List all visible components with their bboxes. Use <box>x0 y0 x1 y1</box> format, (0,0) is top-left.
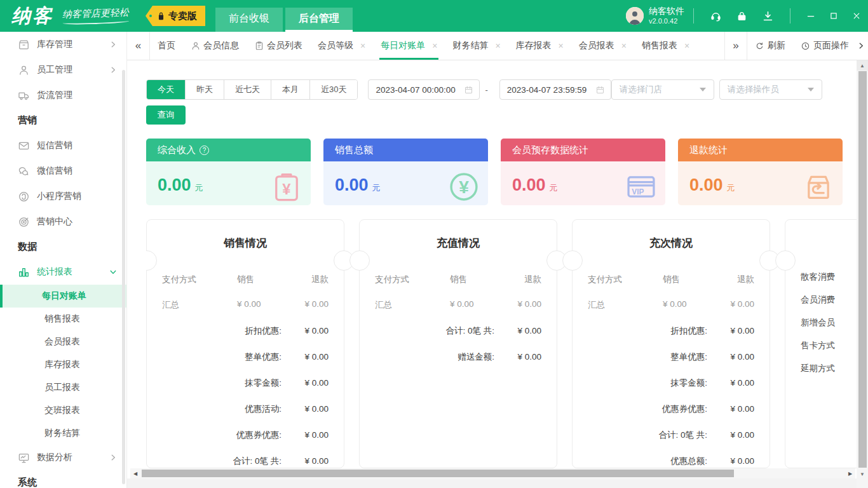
tab-2[interactable]: 会员列表 <box>247 32 310 60</box>
sidebar-scrollbar[interactable] <box>122 70 125 484</box>
store-select[interactable]: 请选择门店 <box>611 79 714 100</box>
customer-service-icon[interactable] <box>710 10 722 22</box>
quick-range-button-0[interactable]: 今天 <box>147 80 185 99</box>
tab-close-icon[interactable]: × <box>621 41 627 50</box>
sidebar-subitem-10[interactable]: 每日对账单 <box>0 285 126 308</box>
topnav: 前台收银后台管理 <box>215 8 353 32</box>
tab-0[interactable]: 首页 <box>150 32 183 60</box>
tab-close-icon[interactable]: × <box>432 41 437 50</box>
vscroll-down-arrow[interactable]: ▼ <box>857 469 868 479</box>
miniapp-icon <box>18 191 30 203</box>
help-icon[interactable]: ? <box>200 146 209 155</box>
sidebar-subitem-15[interactable]: 交班报表 <box>0 399 126 422</box>
sidebar-subitem-12[interactable]: 会员报表 <box>0 330 126 353</box>
tab-close-icon[interactable]: × <box>360 41 365 50</box>
page-actions-button[interactable]: 页面操作 <box>793 32 857 60</box>
tab-1[interactable]: 会员信息 <box>183 32 247 60</box>
quick-range-button-4[interactable]: 近30天 <box>309 80 357 99</box>
tab-3[interactable]: 会员等级 × <box>310 32 373 60</box>
chevron-right-icon <box>109 65 118 74</box>
hscroll-left-arrow[interactable]: ◀ <box>130 468 140 478</box>
date-from-input[interactable]: 2023-04-07 00:00:00 <box>368 79 480 100</box>
sidebar-subitem-11[interactable]: 销售报表 <box>0 308 126 330</box>
sidebar-subitem-16[interactable]: 财务结算 <box>0 422 126 445</box>
chevron-down-icon <box>109 268 118 276</box>
panel-summary-row: 优惠券优惠: ¥ 0.00 <box>162 430 329 441</box>
tab-6[interactable]: 库存报表 × <box>508 32 571 60</box>
vertical-scrollbar: ▲ ▼ <box>857 60 868 488</box>
sidebar-item-0[interactable]: 库存管理 <box>0 32 126 57</box>
sidebar-item-2[interactable]: 货流管理 <box>0 83 126 108</box>
vscroll-up-arrow[interactable]: ▲ <box>857 60 868 71</box>
date-from-value: 2023-04-07 00:00:00 <box>376 85 464 95</box>
hscroll-right-arrow[interactable]: ▶ <box>845 468 855 478</box>
date-to-input[interactable]: 2023-04-07 23:59:59 <box>499 79 611 100</box>
panel-column-headers: 支付方式 销售 退款 <box>588 274 754 285</box>
shopping-bag-icon <box>156 11 166 22</box>
report-panel-0: 销售情况 支付方式 销售 退款 汇总 ¥ 0.00 ¥ 0.00 折扣优惠: ¥… <box>146 219 344 468</box>
panel-summary-row: 优惠总额: ¥ 0.00 <box>588 456 754 467</box>
caret-down-icon <box>808 88 814 92</box>
tab-8[interactable]: 销售报表 × <box>634 32 697 60</box>
topbar-divider <box>693 8 694 24</box>
user-info[interactable]: 纳客软件 v2.0.0.42 <box>649 6 684 25</box>
sidebar-item-17[interactable]: 数据分析 <box>0 445 126 470</box>
operator-select[interactable]: 请选择操作员 <box>719 79 822 100</box>
vscroll-thumb[interactable] <box>858 71 867 468</box>
sidebar-item-4[interactable]: 短信营销 <box>0 133 126 158</box>
panel-label: 新增会员 <box>801 311 857 334</box>
sidebar-item-7[interactable]: 营销中心 <box>0 209 126 234</box>
quick-range-button-1[interactable]: 昨天 <box>185 80 224 99</box>
list-icon <box>254 41 264 51</box>
panel-summary-row: 整单优惠: ¥ 0.00 <box>588 351 754 363</box>
stat-card-title: 会员预存数据统计 <box>501 139 665 161</box>
tab-close-icon[interactable]: × <box>495 41 500 50</box>
tab-5[interactable]: 财务结算 × <box>445 32 508 60</box>
hscroll-thumb[interactable] <box>142 470 734 477</box>
refresh-button[interactable]: 刷新 <box>747 32 793 60</box>
panel-label: 会员消费 <box>801 288 857 311</box>
panel-summary-row: 优惠券优惠: ¥ 0.00 <box>588 403 754 415</box>
content: 今天昨天近七天本月近30天 2023-04-07 00:00:00 - 2023… <box>127 60 857 488</box>
close-button[interactable] <box>845 0 868 32</box>
sidebar-item-6[interactable]: 小程序营销 <box>0 184 126 209</box>
avatar[interactable] <box>626 7 644 25</box>
maximize-button[interactable] <box>822 0 845 32</box>
tab-close-icon[interactable]: × <box>684 41 689 50</box>
main-area: « 首页 会员信息 会员列表 会员等级 × 每日对账单 × 财务结算 × 库存报… <box>127 32 868 488</box>
sidebar-item-5[interactable]: 微信营销 <box>0 158 126 184</box>
sidebar-subitem-13[interactable]: 库存报表 <box>0 353 126 376</box>
sidebar-subitem-14[interactable]: 员工报表 <box>0 376 126 399</box>
stat-card-unit: 元 <box>550 182 558 194</box>
date-range-separator: - <box>485 85 487 95</box>
panel-summary-row: 优惠活动: ¥ 0.00 <box>162 403 329 415</box>
svg-text:VIP: VIP <box>632 187 644 196</box>
tabs-collapse-right-button[interactable]: » <box>724 32 747 60</box>
mail-icon <box>18 140 30 152</box>
tab-label: 会员报表 <box>579 40 614 51</box>
topnav-button-1[interactable]: 后台管理 <box>285 8 353 32</box>
quick-range-button-3[interactable]: 本月 <box>271 80 309 99</box>
vip-card-icon: VIP <box>625 170 658 203</box>
sidebar-item-9[interactable]: 统计报表 <box>0 259 126 285</box>
quick-range-button-2[interactable]: 近七天 <box>224 80 271 99</box>
tab-4[interactable]: 每日对账单 × <box>373 32 445 60</box>
tab-close-icon[interactable]: × <box>559 41 564 50</box>
stat-card-value: 0.00 <box>512 177 546 194</box>
lock-icon[interactable] <box>736 10 748 22</box>
window-body: 库存管理 员工管理 货流管理 营销 短信营销 微信营销 小程序营销 营销中心 数 <box>0 32 868 488</box>
download-icon[interactable] <box>762 10 774 22</box>
sidebar-item-1[interactable]: 员工管理 <box>0 57 126 83</box>
topnav-button-0[interactable]: 前台收银 <box>215 8 283 32</box>
tab-7[interactable]: 会员报表 × <box>571 32 634 60</box>
hscroll-track[interactable] <box>140 468 845 478</box>
chart-icon <box>18 266 30 278</box>
query-button[interactable]: 查询 <box>146 105 186 125</box>
minimize-button[interactable] <box>799 0 822 32</box>
refresh-label: 刷新 <box>768 40 785 51</box>
panel-label-list: 散客消费会员消费新增会员售卡方式延期方式 <box>785 220 857 380</box>
chevron-right-icon[interactable] <box>857 41 865 50</box>
edition-badge: 专卖版 <box>146 6 205 26</box>
svg-text:¥: ¥ <box>459 177 469 197</box>
tabs-collapse-left-button[interactable]: « <box>127 32 150 60</box>
